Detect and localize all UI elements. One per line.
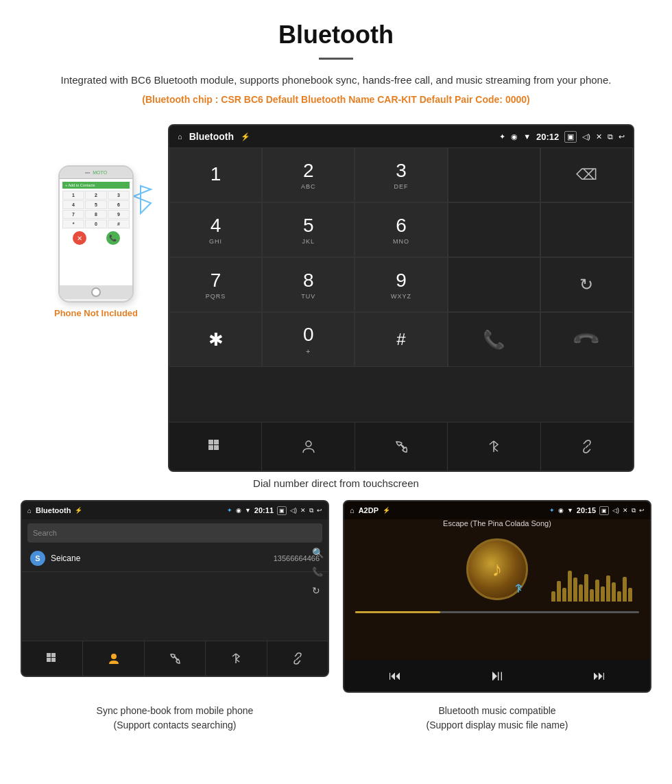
contact-avatar: S [30, 551, 45, 566]
key-7[interactable]: 7 [62, 210, 84, 219]
dial-bottom-link[interactable] [541, 423, 633, 471]
close-icon[interactable]: ✕ [596, 132, 602, 141]
phone-not-included-label: Phone Not Included [54, 308, 138, 318]
pb-close-icon[interactable]: ✕ [300, 507, 306, 514]
caption-music-line1: Bluetooth music compatible [438, 705, 555, 716]
statusbar-left: ⌂ Bluetooth ⚡ [178, 131, 250, 142]
key-hash[interactable]: # [108, 219, 130, 228]
key-8[interactable]: 8 [85, 210, 107, 219]
dial-key-5[interactable]: 5JKL [262, 202, 355, 257]
dial-key-1[interactable]: 1 [169, 147, 262, 202]
music-next-button[interactable]: ⏭ [593, 669, 605, 683]
statusbar-right: ✦ ◉ ▼ 20:12 ▣ ◁) ✕ ⧉ ↩ [499, 131, 625, 143]
music-playpause-button[interactable]: ⏯ [490, 667, 505, 685]
pb-phone-icon[interactable]: 📞 [312, 567, 324, 577]
pb-bottom-link[interactable] [267, 641, 328, 676]
music-album-art: ♪ [466, 538, 528, 600]
music-screen: ⌂ A2DP ⚡ ✦ ◉ ▼ 20:15 ▣ ◁) ✕ ⧉ ↩ [343, 500, 651, 693]
svg-rect-8 [51, 653, 56, 657]
pb-camera-icon[interactable]: ▣ [277, 506, 287, 515]
music-vol-icon[interactable]: ◁) [612, 507, 619, 514]
music-usb-icon: ⚡ [383, 507, 390, 514]
dial-key-8[interactable]: 8TUV [262, 257, 355, 312]
svg-rect-1 [214, 440, 219, 444]
pb-right-icons: 🔍 📞 ↻ [312, 547, 324, 596]
key-0[interactable]: 0 [85, 219, 107, 228]
pb-search-bar[interactable]: Search [27, 523, 322, 543]
pb-back-icon[interactable]: ↩ [317, 507, 322, 514]
pb-bottom-phone[interactable] [145, 641, 206, 676]
pb-home-icon[interactable]: ⌂ [27, 507, 32, 514]
bt-icon: ✦ [499, 132, 505, 141]
phonebook-wrap: ⌂ Bluetooth ⚡ ✦ ◉ ▼ 20:11 ▣ ◁) ✕ ⧉ ↩ [21, 500, 329, 693]
key-2[interactable]: 2 [85, 191, 107, 200]
dial-refresh[interactable]: ↻ [540, 257, 633, 312]
dial-key-6[interactable]: 6MNO [355, 202, 447, 257]
back-icon[interactable]: ↩ [619, 132, 625, 141]
phone-contacts-header: + Add to Contacts [62, 182, 130, 189]
vis-bar-8 [590, 589, 594, 602]
music-close-icon[interactable]: ✕ [623, 507, 628, 514]
music-back-icon[interactable]: ↩ [639, 507, 645, 514]
music-win-icon[interactable]: ⧉ [632, 507, 636, 514]
pb-search-placeholder: Search [33, 529, 57, 537]
dial-bottom-phone[interactable] [355, 423, 448, 471]
vis-bar-3 [562, 588, 566, 602]
svg-line-12 [296, 657, 299, 660]
contact-row: S Seicane 13566664466 [22, 545, 328, 572]
dial-bottom-contacts[interactable] [262, 423, 355, 471]
dial-delete[interactable]: ⌫ [540, 147, 633, 202]
pb-bottom-bluetooth[interactable] [206, 641, 267, 676]
dial-bottom-grid[interactable] [169, 423, 262, 471]
pb-bottom-grid[interactable] [22, 641, 83, 676]
page-title: Bluetooth [41, 21, 631, 49]
music-camera-icon[interactable]: ▣ [599, 506, 609, 515]
dial-empty-2 [448, 202, 540, 257]
status-time: 20:12 [536, 132, 559, 142]
dial-key-9[interactable]: 9WXYZ [355, 257, 447, 312]
dial-call-green[interactable]: 📞 [448, 312, 540, 367]
usb-icon: ⚡ [241, 132, 250, 141]
pb-search-icon[interactable]: 🔍 [312, 547, 324, 558]
key-star[interactable]: * [62, 219, 84, 228]
svg-rect-7 [47, 653, 51, 657]
dial-key-2[interactable]: 2ABC [262, 147, 355, 202]
dial-key-hash[interactable]: # [355, 312, 447, 367]
dial-bottom-bluetooth[interactable] [448, 423, 540, 471]
pb-content: Search S Seicane 13566664466 🔍 📞 ↻ [22, 523, 328, 641]
key-5[interactable]: 5 [85, 200, 107, 209]
phone-home-button[interactable] [91, 287, 101, 297]
pb-signal-icon: ▼ [245, 507, 251, 514]
key-4[interactable]: 4 [62, 200, 84, 209]
pb-bottom-person[interactable] [83, 641, 144, 676]
camera-icon[interactable]: ▣ [564, 131, 577, 143]
vis-bar-9 [595, 580, 599, 602]
pb-vol-icon[interactable]: ◁) [290, 507, 297, 514]
home-icon[interactable]: ⌂ [178, 132, 182, 141]
big-screen-caption: Dial number direct from touchscreen [21, 477, 651, 489]
big-screen-section: ••• MOTO + Add to Contacts 1 2 3 4 5 6 7 [21, 124, 651, 472]
key-9[interactable]: 9 [108, 210, 130, 219]
dial-key-star[interactable]: ✱ [169, 312, 262, 367]
dial-key-3[interactable]: 3DEF [355, 147, 447, 202]
dial-key-4[interactable]: 4GHI [169, 202, 262, 257]
bottom-screens: ⌂ Bluetooth ⚡ ✦ ◉ ▼ 20:11 ▣ ◁) ✕ ⧉ ↩ [21, 500, 651, 693]
phone-top-bar: ••• MOTO [60, 167, 132, 179]
music-prev-button[interactable]: ⏮ [389, 669, 401, 683]
volume-icon[interactable]: ◁) [582, 132, 590, 141]
key-3[interactable]: 3 [108, 191, 130, 200]
dial-empty-4 [448, 257, 540, 312]
pb-sync-icon[interactable]: ↻ [312, 585, 324, 596]
music-home-icon[interactable]: ⌂ [350, 506, 355, 514]
dial-key-7[interactable]: 7PQRS [169, 257, 262, 312]
dial-call-red[interactable]: 📞 [540, 312, 633, 367]
signal-icon: ▼ [523, 132, 531, 141]
pb-win-icon[interactable]: ⧉ [309, 507, 313, 514]
key-6[interactable]: 6 [108, 200, 130, 209]
dial-key-0[interactable]: 0+ [262, 312, 355, 367]
window-icon[interactable]: ⧉ [608, 132, 613, 141]
vis-bar-5 [573, 578, 577, 602]
key-1[interactable]: 1 [62, 191, 84, 200]
music-title: A2DP [359, 506, 379, 514]
music-visual-area: ♪ [344, 532, 650, 606]
